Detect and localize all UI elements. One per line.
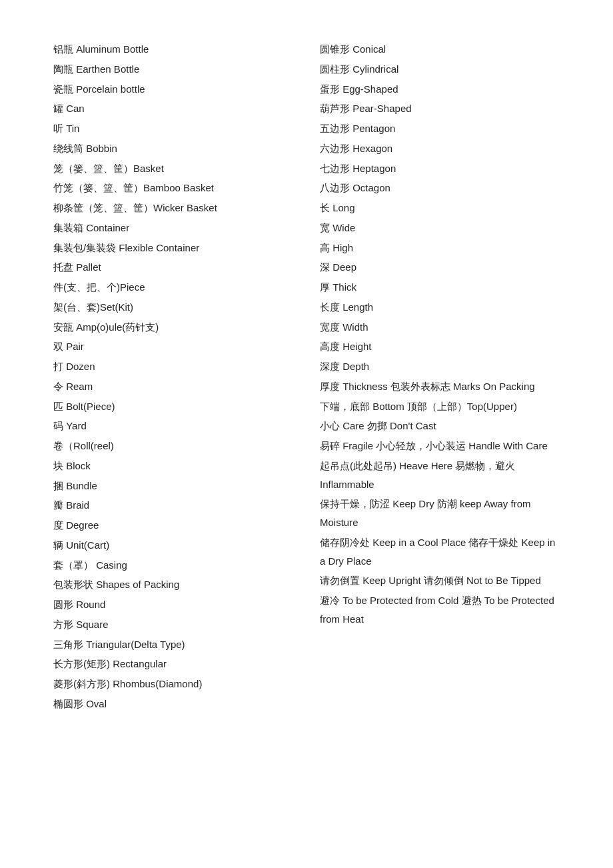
list-item: 菱形(斜方形) Rhombus(Diamond) bbox=[53, 675, 293, 693]
list-item: 三角形 Triangular(Delta Type) bbox=[53, 635, 293, 654]
list-item: 码 Yard bbox=[53, 417, 293, 435]
left-column: 铝瓶 Aluminum Bottle陶瓶 Earthen Bottle瓷瓶 Po… bbox=[53, 40, 306, 715]
list-item: 陶瓶 Earthen Bottle bbox=[53, 60, 293, 79]
list-item: 高度 Height bbox=[320, 337, 560, 356]
list-item: 保持干燥，防涩 Keep Dry 防潮 keep Away from Moist… bbox=[320, 495, 560, 532]
list-item: 卷（Roll(reel) bbox=[53, 437, 293, 455]
list-item: 竹笼（篓、篮、筐）Bamboo Basket bbox=[53, 179, 293, 197]
list-item: 六边形 Hexagon bbox=[320, 139, 560, 158]
right-column: 圆锥形 Conical圆柱形 Cylindrical蛋形 Egg-Shaped葫… bbox=[306, 40, 560, 715]
list-item: 避冷 To be Protected from Cold 避热 To be Pr… bbox=[320, 591, 560, 629]
list-item: 双 Pair bbox=[53, 337, 293, 356]
list-item: 宽 Wide bbox=[320, 219, 560, 237]
list-item: 集装箱 Container bbox=[53, 219, 293, 237]
list-item: 瓷瓶 Porcelain bottle bbox=[53, 80, 293, 99]
list-item: 葫芦形 Pear-Shaped bbox=[320, 99, 560, 118]
list-item: 铝瓶 Aluminum Bottle bbox=[53, 40, 293, 59]
list-item: 宽度 Width bbox=[320, 318, 560, 337]
list-item: 高 High bbox=[320, 239, 560, 257]
list-item: 令 Ream bbox=[53, 377, 293, 396]
list-item: 笼（篓、篮、筐）Basket bbox=[53, 159, 293, 178]
main-content: 铝瓶 Aluminum Bottle陶瓶 Earthen Bottle瓷瓶 Po… bbox=[53, 40, 560, 715]
list-item: 绕线筒 Bobbin bbox=[53, 139, 293, 158]
list-item: 起吊点(此处起吊) Heave Here 易燃物，避火 Inflammable bbox=[320, 457, 560, 494]
list-item: 深 Deep bbox=[320, 258, 560, 277]
list-item: 架(台、套)Set(Kit) bbox=[53, 298, 293, 317]
list-item: 集装包/集装袋 Flexible Container bbox=[53, 239, 293, 257]
list-item: 长 Long bbox=[320, 199, 560, 217]
list-item: 小心 Care 勿掷 Don't Cast bbox=[320, 417, 560, 435]
list-item: 度 Degree bbox=[53, 516, 293, 535]
list-item: 包装形状 Shapes of Packing bbox=[53, 575, 293, 594]
list-item: 蛋形 Egg-Shaped bbox=[320, 80, 560, 99]
list-item: 辆 Unit(Cart) bbox=[53, 536, 293, 555]
list-item: 圆锥形 Conical bbox=[320, 40, 560, 59]
list-item: 块 Block bbox=[53, 457, 293, 475]
list-item: 储存阴冷处 Keep in a Cool Place 储存干燥处 Keep in… bbox=[320, 533, 560, 571]
list-item: 套（罩） Casing bbox=[53, 556, 293, 575]
list-item: 厚 Thick bbox=[320, 278, 560, 297]
list-item: 七边形 Heptagon bbox=[320, 159, 560, 178]
list-item: 瓣 Braid bbox=[53, 496, 293, 515]
list-item: 罐 Can bbox=[53, 99, 293, 118]
list-item: 捆 Bundle bbox=[53, 477, 293, 495]
list-item: 件(支、把、个)Piece bbox=[53, 278, 293, 297]
list-item: 厚度 Thickness 包装外表标志 Marks On Packing bbox=[320, 377, 560, 396]
list-item: 易碎 Fragile 小心轻放，小心装运 Handle With Care bbox=[320, 437, 560, 455]
list-item: 托盘 Pallet bbox=[53, 258, 293, 277]
list-item: 听 Tin bbox=[53, 119, 293, 138]
list-item: 安瓿 Amp(o)ule(药针支) bbox=[53, 318, 293, 337]
list-item: 下端，底部 Bottom 顶部（上部）Top(Upper) bbox=[320, 397, 560, 416]
list-item: 圆柱形 Cylindrical bbox=[320, 60, 560, 79]
list-item: 柳条筐（笼、篮、筐）Wicker Basket bbox=[53, 199, 293, 217]
list-item: 深度 Depth bbox=[320, 357, 560, 376]
list-item: 打 Dozen bbox=[53, 357, 293, 376]
list-item: 长方形(矩形) Rectangular bbox=[53, 655, 293, 673]
list-item: 匹 Bolt(Piece) bbox=[53, 397, 293, 416]
list-item: 圆形 Round bbox=[53, 595, 293, 614]
list-item: 方形 Square bbox=[53, 615, 293, 634]
list-item: 五边形 Pentagon bbox=[320, 119, 560, 138]
list-item: 八边形 Octagon bbox=[320, 179, 560, 197]
list-item: 请勿倒置 Keep Upright 请勿倾倒 Not to Be Tipped bbox=[320, 571, 560, 590]
list-item: 长度 Length bbox=[320, 298, 560, 317]
list-item: 椭圆形 Oval bbox=[53, 695, 293, 713]
